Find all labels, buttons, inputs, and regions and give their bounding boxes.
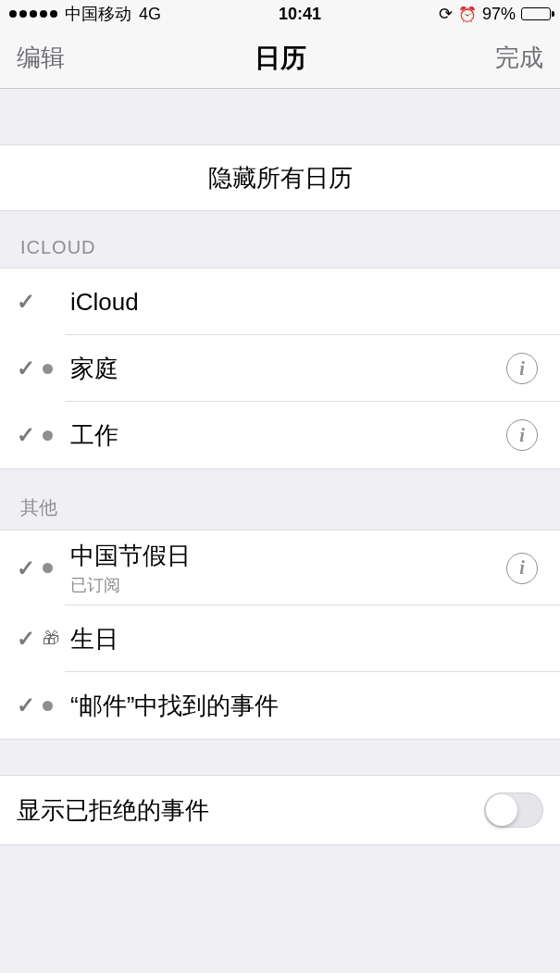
- page-title: 日历: [255, 41, 306, 76]
- calendar-row-icloud[interactable]: ✓ iCloud: [0, 268, 560, 335]
- status-bar: 中国移动 4G 10:41 ⟳ ⏰ 97%: [0, 0, 560, 28]
- section-header-icloud: ICLOUD: [0, 211, 560, 268]
- hide-all-calendars-button[interactable]: 隐藏所有日历: [0, 144, 560, 211]
- calendar-label: 中国节假日 已订阅: [70, 530, 506, 605]
- show-declined-events-toggle[interactable]: [484, 792, 543, 828]
- section-header-other: 其他: [0, 469, 560, 530]
- checkmark-icon: ✓: [17, 626, 43, 652]
- info-icon[interactable]: i: [506, 419, 538, 451]
- calendar-label: 工作: [70, 410, 506, 461]
- signal-strength-icon: [9, 10, 57, 18]
- calendar-color-icon: [43, 701, 70, 711]
- calendar-color-icon: [43, 430, 70, 441]
- checkmark-icon: ✓: [17, 289, 43, 315]
- calendar-label: 生日: [70, 614, 543, 665]
- carrier-label: 中国移动: [65, 3, 131, 25]
- calendar-row-found-in-mail[interactable]: ✓ “邮件”中找到的事件: [0, 672, 560, 739]
- show-declined-events-label: 显示已拒绝的事件: [17, 794, 484, 827]
- clock-label: 10:41: [279, 5, 321, 24]
- toggle-knob: [486, 794, 517, 826]
- calendar-label: 家庭: [70, 343, 506, 394]
- rotation-lock-icon: ⟳: [439, 4, 453, 24]
- subscribed-label: 已订阅: [70, 574, 506, 596]
- alarm-icon: ⏰: [458, 6, 477, 23]
- show-declined-events-row: 显示已拒绝的事件: [0, 775, 560, 845]
- calendar-label: “邮件”中找到的事件: [70, 680, 543, 731]
- checkmark-icon: ✓: [17, 356, 43, 381]
- done-button[interactable]: 完成: [495, 42, 543, 74]
- calendar-color-icon: [43, 563, 70, 573]
- calendar-color-icon: [43, 364, 70, 374]
- info-icon[interactable]: i: [506, 353, 538, 384]
- section-other: ✓ 中国节假日 已订阅 i ✓ 🎁︎ 生日 ✓ “邮件”中找到的事件: [0, 530, 560, 740]
- checkmark-icon: ✓: [17, 692, 43, 718]
- status-left: 中国移动 4G: [9, 3, 161, 25]
- calendar-row-holidays[interactable]: ✓ 中国节假日 已订阅 i: [0, 530, 560, 605]
- section-icloud: ✓ iCloud ✓ 家庭 i ✓ 工作 i: [0, 268, 560, 469]
- status-right: ⟳ ⏰ 97%: [439, 4, 551, 24]
- gift-icon: 🎁︎: [43, 630, 70, 649]
- edit-button[interactable]: 编辑: [17, 42, 65, 74]
- checkmark-icon: ✓: [17, 555, 43, 581]
- battery-percent: 97%: [482, 5, 516, 24]
- calendar-row-family[interactable]: ✓ 家庭 i: [0, 335, 560, 402]
- calendar-label: iCloud: [70, 279, 543, 326]
- calendar-row-birthdays[interactable]: ✓ 🎁︎ 生日: [0, 605, 560, 672]
- nav-bar: 编辑 日历 完成: [0, 28, 560, 89]
- checkmark-icon: ✓: [17, 422, 43, 448]
- network-label: 4G: [139, 5, 161, 24]
- info-icon[interactable]: i: [506, 553, 538, 584]
- battery-icon: [521, 7, 551, 20]
- calendar-row-work[interactable]: ✓ 工作 i: [0, 402, 560, 468]
